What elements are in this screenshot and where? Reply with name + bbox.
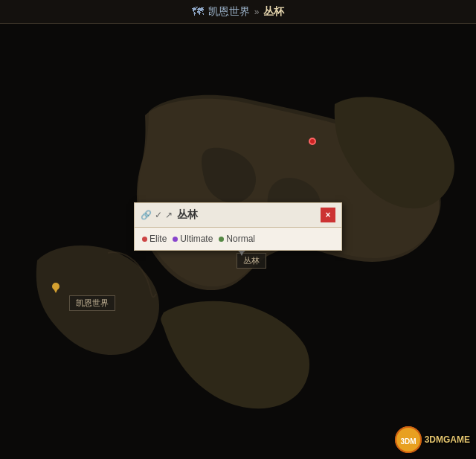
check-icon[interactable]: ✓ [155, 210, 162, 220]
watermark: 3DM 3DMGAME [395, 426, 470, 453]
header-content: 🗺 凯恩世界 » 丛杯 [192, 5, 285, 19]
popup-header: 🔗 ✓ ↗ 丛林 × [135, 203, 341, 228]
svg-marker-3 [239, 251, 244, 256]
elite-label: Elite [149, 234, 167, 244]
popup-close-button[interactable]: × [321, 208, 335, 222]
popup-body: Elite Ultimate Normal [135, 228, 341, 250]
header-location-label: 丛杯 [263, 5, 284, 19]
watermark-text: 3DMGAME [425, 434, 470, 445]
ultimate-label: Ultimate [180, 234, 213, 244]
tag-ultimate: Ultimate [173, 234, 213, 244]
watermark-logo-circle: 3DM [395, 426, 422, 453]
map-pin-world [52, 283, 60, 293]
svg-marker-5 [54, 289, 58, 293]
header-breadcrumb-arrow: » [254, 7, 260, 17]
normal-label: Normal [226, 234, 255, 244]
tag-elite: Elite [142, 234, 167, 244]
header-bar: 🗺 凯恩世界 » 丛杯 [0, 0, 476, 24]
export-icon[interactable]: ↗ [165, 210, 173, 220]
popup-icon-group: 🔗 ✓ ↗ [141, 210, 173, 220]
map-container: 🗺 凯恩世界 » 丛杯 丛林 凯恩世界 🔗 ✓ ↗ 丛林 [0, 0, 476, 459]
map-label-world: 凯恩世界 [69, 295, 115, 311]
elite-dot [142, 237, 147, 242]
header-world-label: 凯恩世界 [208, 5, 250, 19]
normal-dot [219, 237, 224, 242]
svg-text:3DM: 3DM [400, 437, 416, 446]
tag-normal: Normal [219, 234, 255, 244]
link-icon[interactable]: 🔗 [141, 210, 152, 220]
map-icon: 🗺 [192, 5, 204, 19]
popup-panel: 🔗 ✓ ↗ 丛林 × Elite Ultimate Normal [134, 202, 342, 251]
location-marker-red[interactable] [309, 138, 316, 145]
ultimate-dot [173, 237, 178, 242]
popup-title: 丛林 [177, 208, 316, 222]
